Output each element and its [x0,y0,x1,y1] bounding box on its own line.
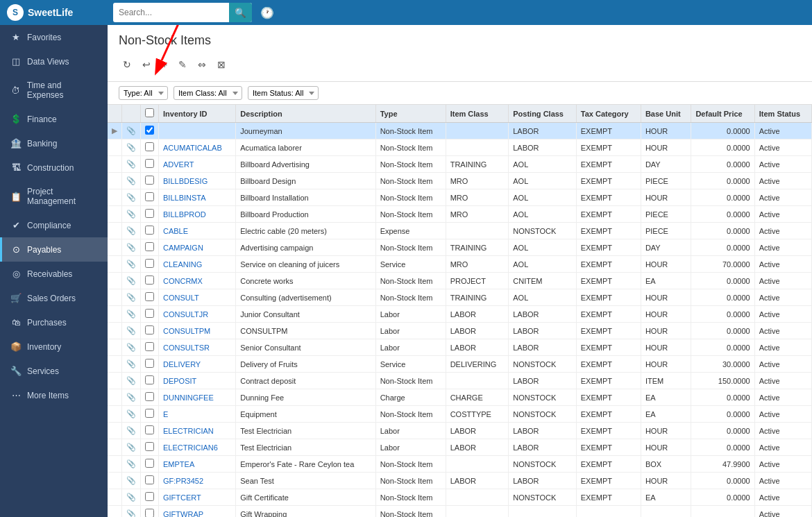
row-checkbox-12[interactable] [141,323,159,339]
refresh-button[interactable]: ↻ [119,56,135,73]
history-icon[interactable]: 🕐 [257,3,277,22]
table-row[interactable]: 📎 BILLBINSTA Billboard Installation Non-… [108,189,812,206]
row-expander-2[interactable] [108,156,122,173]
row-expander-15[interactable] [108,373,122,389]
link-id-16[interactable]: DUNNINGFEE [163,393,214,402]
search-input[interactable] [113,5,229,20]
sidebar-item-inventory[interactable]: 📦Inventory [0,334,108,359]
table-row[interactable]: ▶ 📎 Journeyman Non-Stock Item LABOR EXEM… [108,123,812,139]
link-id-1[interactable]: ACUMATICALAB [163,144,222,152]
link-id-6[interactable]: CABLE [163,227,188,235]
sidebar-item-banking[interactable]: 🏦Banking [0,131,108,155]
link-id-2[interactable]: ADVERT [163,160,194,169]
table-row[interactable]: 📎 CONSULTPM CONSULTPM Labor LABOR LABOR … [108,323,812,339]
table-row[interactable]: 📎 DELIVERY Delivery of Fruits Service DE… [108,356,812,373]
undo-button[interactable]: ↩ [138,56,155,73]
sidebar-item-construction[interactable]: 🏗Construction [0,155,108,180]
row-checkbox-21[interactable] [141,473,159,489]
link-id-7[interactable]: CAMPAIGN [163,244,203,252]
row-expander-14[interactable] [108,356,122,373]
sidebar-item-sales-orders[interactable]: 🛒Sales Orders [0,286,108,310]
row-expander-5[interactable] [108,206,122,223]
row-expander-21[interactable] [108,473,122,489]
row-checkbox-1[interactable] [141,139,159,156]
row-checkbox-22[interactable] [141,489,159,506]
row-expander-9[interactable] [108,273,122,289]
sidebar-item-purchases[interactable]: 🛍Purchases [0,310,108,334]
row-expander-6[interactable] [108,223,122,239]
table-row[interactable]: 📎 ELECTRICIAN6 Test Electrician Labor LA… [108,439,812,456]
row-expander-12[interactable] [108,323,122,339]
table-row[interactable]: 📎 E Equipment Non-Stock Item COSTTYPE NO… [108,406,812,423]
row-checkbox-13[interactable] [141,339,159,356]
sidebar-item-more-items[interactable]: ⋯More Items [0,383,108,407]
row-expander-1[interactable] [108,139,122,156]
table-row[interactable]: 📎 DUNNINGFEE Dunning Fee Charge CHARGE N… [108,389,812,406]
table-row[interactable]: 📎 CONSULTSR Senior Consultant Labor LABO… [108,339,812,356]
sidebar-item-compliance[interactable]: ✔Compliance [0,213,108,237]
row-expander-23[interactable] [108,506,122,518]
link-id-11[interactable]: CONSULTJR [163,310,208,319]
table-row[interactable]: 📎 EMPTEA Emperor's Fate - Rare Ceylon te… [108,456,812,473]
link-id-14[interactable]: DELIVERY [163,360,201,368]
sidebar-item-project-management[interactable]: 📋Project Management [0,180,108,213]
fit-button[interactable]: ⇔ [194,56,210,73]
col-type[interactable]: Type [375,105,446,123]
row-checkbox-6[interactable] [141,223,159,239]
add-button[interactable]: + [158,56,171,73]
item-class-filter[interactable]: Item Class: All [174,86,242,100]
link-id-19[interactable]: ELECTRICIAN6 [163,443,218,452]
table-row[interactable]: 📎 CONSULT Consulting (advertisement) Non… [108,289,812,306]
row-expander-19[interactable] [108,439,122,456]
row-checkbox-4[interactable] [141,189,159,206]
table-row[interactable]: 📎 ELECTRICIAN Test Electrician Labor LAB… [108,423,812,439]
row-checkbox-16[interactable] [141,389,159,406]
table-row[interactable]: 📎 CLEANING Service on cleaning of juicer… [108,256,812,273]
col-tax-category[interactable]: Tax Category [576,105,641,123]
link-id-13[interactable]: CONSULTSR [163,344,210,352]
delete-button[interactable]: ⊠ [213,56,230,73]
col-item-status[interactable]: Item Status [754,105,811,123]
link-id-12[interactable]: CONSULTPM [163,327,210,335]
link-id-18[interactable]: ELECTRICIAN [163,427,214,435]
row-checkbox-19[interactable] [141,439,159,456]
row-expander-13[interactable] [108,339,122,356]
search-button[interactable]: 🔍 [229,3,252,22]
sidebar-item-data-views[interactable]: ◫Data Views [0,49,108,74]
row-expander-11[interactable] [108,306,122,323]
type-filter[interactable]: Type: All [119,86,168,100]
sidebar-item-time-and-expenses[interactable]: ⏱Time and Expenses [0,74,108,107]
sidebar-item-receivables[interactable]: ◎Receivables [0,262,108,286]
row-expander-18[interactable] [108,423,122,439]
row-checkbox-0[interactable] [141,123,159,139]
col-item-class[interactable]: Item Class [446,105,509,123]
row-expander-20[interactable] [108,456,122,473]
link-id-20[interactable]: EMPTEA [163,460,194,468]
link-id-15[interactable]: DEPOSIT [163,377,196,385]
row-checkbox-8[interactable] [141,256,159,273]
table-row[interactable]: 📎 CABLE Electric cable (20 meters) Expen… [108,223,812,239]
table-row[interactable]: 📎 BILLBDESIG Billboard Design Non-Stock … [108,173,812,189]
row-checkbox-18[interactable] [141,423,159,439]
row-checkbox-11[interactable] [141,306,159,323]
row-expander-22[interactable] [108,489,122,506]
row-checkbox-9[interactable] [141,273,159,289]
link-id-23[interactable]: GIFTWRAP [163,510,203,518]
link-id-4[interactable]: BILLBINSTA [163,194,206,202]
table-row[interactable]: 📎 ACUMATICALAB Acumatica laborer Non-Sto… [108,139,812,156]
row-checkbox-10[interactable] [141,289,159,306]
table-row[interactable]: 📎 GF:PR3452 Sean Test Non-Stock Item LAB… [108,473,812,489]
sidebar-item-services[interactable]: 🔧Services [0,359,108,383]
table-row[interactable]: 📎 ADVERT Billboard Advertising Non-Stock… [108,156,812,173]
link-id-8[interactable]: CLEANING [163,260,202,269]
row-checkbox-15[interactable] [141,373,159,389]
row-checkbox-20[interactable] [141,456,159,473]
link-id-3[interactable]: BILLBDESIG [163,177,208,185]
row-checkbox-3[interactable] [141,173,159,189]
row-expander-10[interactable] [108,289,122,306]
row-expander-7[interactable] [108,239,122,256]
col-posting-class[interactable]: Posting Class [509,105,577,123]
row-checkbox-2[interactable] [141,156,159,173]
table-row[interactable]: 📎 GIFTWRAP Gift Wrapping Non-Stock Item … [108,506,812,518]
col-inventory-id[interactable]: Inventory ID [159,105,236,123]
